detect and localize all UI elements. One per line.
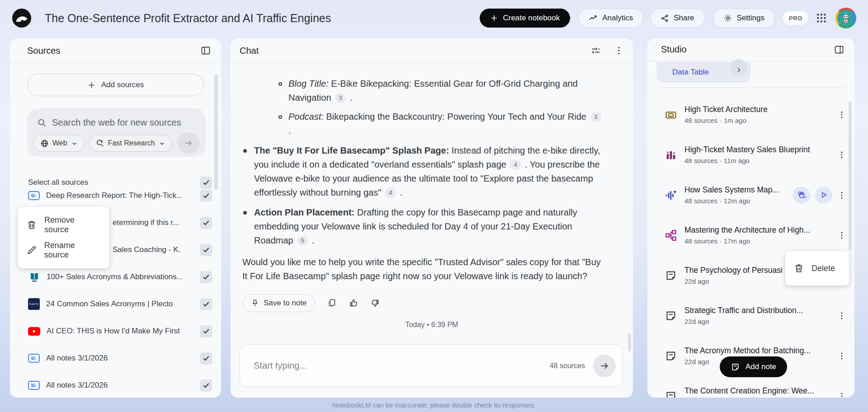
citation-chip[interactable]: 4 bbox=[385, 188, 396, 198]
studio-item[interactable]: How Sales Systems Map...48 sources · 12m… bbox=[647, 175, 854, 215]
sources-panel-title: Sources bbox=[27, 46, 60, 56]
source-checkbox[interactable] bbox=[200, 190, 212, 202]
source-count-label: 48 sources bbox=[550, 362, 585, 370]
pin-icon bbox=[251, 299, 259, 307]
studio-item-menu-button[interactable] bbox=[837, 191, 846, 200]
studio-item[interactable]: Mastering the Architecture of High...48 … bbox=[647, 215, 854, 255]
delete-menu-item[interactable]: Delete bbox=[785, 255, 849, 282]
pro-badge: PRO bbox=[783, 11, 808, 25]
citation-chip[interactable]: 3 bbox=[590, 112, 601, 122]
rename-source-menu-item[interactable]: Rename source bbox=[18, 238, 109, 263]
checkmark-icon bbox=[202, 246, 210, 254]
copy-icon bbox=[327, 298, 337, 308]
citation-chip[interactable]: 5 bbox=[297, 236, 308, 246]
citation-chip[interactable]: 4 bbox=[510, 160, 521, 170]
save-to-note-button[interactable]: Save to note bbox=[242, 294, 315, 312]
chat-more-options-button[interactable] bbox=[614, 46, 624, 56]
chat-settings-button[interactable] bbox=[590, 45, 601, 56]
studio-chip-row: Data Table bbox=[656, 61, 845, 88]
analytics-button[interactable]: Analytics bbox=[578, 9, 643, 28]
studio-item[interactable]: High Ticket Architecture48 sources · 1m … bbox=[647, 94, 854, 135]
studio-item[interactable]: The Content Creation Engine: Wee...22d a… bbox=[647, 376, 854, 398]
source-checkbox[interactable] bbox=[200, 352, 212, 365]
plus-icon bbox=[87, 81, 96, 89]
studio-item-menu-button[interactable] bbox=[837, 392, 846, 398]
source-row[interactable]: M↓ Deep Research Report: The High-Tick..… bbox=[10, 182, 221, 209]
markdown-source-icon: M↓ bbox=[28, 354, 40, 363]
kebab-menu-icon bbox=[837, 351, 846, 360]
plus-icon bbox=[490, 14, 498, 22]
studio-scrollbar[interactable] bbox=[849, 102, 852, 251]
chevron-right-icon bbox=[735, 66, 742, 74]
studio-item[interactable]: High-Ticket Mastery Sales Blueprint48 so… bbox=[647, 135, 854, 175]
studio-list: High Ticket Architecture48 sources · 1m … bbox=[647, 88, 854, 398]
play-audio-button[interactable] bbox=[815, 187, 832, 204]
checkmark-icon bbox=[202, 219, 210, 227]
source-checkbox[interactable] bbox=[200, 298, 212, 310]
avatar[interactable] bbox=[835, 8, 856, 28]
kebab-menu-icon bbox=[837, 231, 846, 240]
chat-panel-title: Chat bbox=[240, 46, 259, 56]
markdown-source-icon: M↓ bbox=[28, 191, 40, 200]
studio-item-menu-button[interactable] bbox=[837, 351, 846, 360]
thumbs-down-button[interactable] bbox=[370, 298, 380, 308]
arrow-right-icon bbox=[599, 360, 610, 371]
source-row[interactable]: M↓ All notes 3/1/2026 bbox=[10, 345, 221, 372]
note-icon bbox=[665, 390, 677, 398]
source-checkbox[interactable] bbox=[200, 325, 212, 337]
add-sources-button[interactable]: Add sources bbox=[27, 74, 204, 96]
source-row[interactable]: M↓ All notes 3/1/2026 bbox=[10, 372, 221, 398]
data-table-chip[interactable]: Data Table bbox=[656, 62, 750, 83]
chat-scrollbar[interactable] bbox=[628, 333, 631, 351]
chevron-down-icon bbox=[71, 140, 78, 147]
source-row[interactable]: PLECTO 24 Common Sales Acronyms | Plecto bbox=[10, 290, 221, 318]
source-checkbox[interactable] bbox=[200, 244, 212, 256]
disclaimer-text: NotebookLM can be inaccurate; please dou… bbox=[0, 401, 868, 409]
source-checkbox[interactable] bbox=[200, 379, 212, 392]
send-button[interactable] bbox=[593, 355, 616, 377]
create-notebook-button[interactable]: Create notebook bbox=[480, 9, 570, 28]
source-row[interactable]: AI CEO: THIS is How I'd Make My First ..… bbox=[10, 318, 221, 345]
chat-sub-bullet: Podcast: Bikepacking the Backcountry: Po… bbox=[240, 110, 619, 138]
thumbs-up-button[interactable] bbox=[349, 298, 359, 308]
source-checkbox[interactable] bbox=[200, 217, 212, 229]
copy-button[interactable] bbox=[327, 298, 337, 308]
date-divider: Today • 6:39 PM bbox=[231, 321, 633, 329]
add-note-button[interactable]: Add note bbox=[720, 356, 787, 377]
interactive-mode-button[interactable] bbox=[793, 187, 810, 204]
notebook-title[interactable]: The One-Sentence Profit Extractor and AI… bbox=[45, 12, 331, 25]
web-filter-dropdown[interactable]: Web bbox=[33, 135, 85, 152]
trash-icon bbox=[793, 263, 804, 274]
search-input[interactable] bbox=[52, 117, 197, 128]
chat-bullet: The "Buy It For Life Basecamp" Splash Pa… bbox=[240, 144, 619, 200]
notebooklm-logo-icon[interactable] bbox=[12, 9, 31, 28]
message-actions-row: Save to note bbox=[240, 294, 619, 312]
share-button[interactable]: Share bbox=[650, 9, 704, 28]
kebab-menu-icon bbox=[837, 110, 846, 119]
sources-scrollbar[interactable] bbox=[214, 75, 218, 190]
apps-grid-icon[interactable] bbox=[816, 12, 827, 24]
studio-item-menu-button[interactable] bbox=[837, 110, 846, 119]
studio-item-menu-button[interactable] bbox=[837, 311, 846, 320]
collapse-sources-panel-button[interactable] bbox=[200, 45, 211, 56]
thumbs-down-icon bbox=[370, 298, 380, 308]
search-submit-button[interactable] bbox=[178, 132, 199, 154]
studio-item-menu-button[interactable] bbox=[837, 231, 846, 240]
research-mode-dropdown[interactable]: Fast Research bbox=[89, 135, 172, 152]
studio-item[interactable]: Strategic Traffic and Distribution...22d… bbox=[647, 295, 854, 336]
citation-chip[interactable]: 3 bbox=[335, 93, 346, 103]
kebab-menu-icon bbox=[614, 46, 624, 56]
settings-button[interactable]: Settings bbox=[713, 9, 775, 28]
remove-source-menu-item[interactable]: Remove source bbox=[18, 212, 109, 238]
chat-input[interactable] bbox=[254, 360, 550, 371]
kebab-menu-icon bbox=[837, 191, 846, 200]
collapse-studio-panel-button[interactable] bbox=[834, 44, 844, 55]
trash-icon bbox=[26, 220, 37, 230]
play-icon bbox=[820, 191, 828, 199]
source-checkbox[interactable] bbox=[200, 271, 212, 283]
carousel-next-button[interactable] bbox=[730, 59, 747, 76]
studio-item-menu-button[interactable] bbox=[837, 150, 846, 159]
kebab-menu-icon bbox=[837, 150, 846, 159]
kebab-menu-icon bbox=[837, 392, 846, 398]
chat-closing-paragraph: Would you like me to help you write the … bbox=[240, 255, 604, 283]
